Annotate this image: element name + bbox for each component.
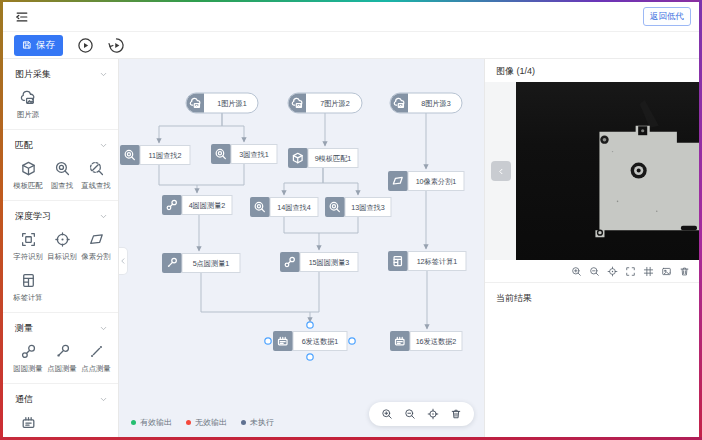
trash-icon <box>450 408 462 420</box>
chevron-down-icon <box>99 212 108 221</box>
flow-node-n3[interactable]: 3圆查找1 <box>211 144 277 164</box>
sidebar-item-圆查找[interactable]: 圆查找 <box>45 160 79 191</box>
sidebar-section-header[interactable]: 匹配 <box>3 137 118 156</box>
locate-icon <box>607 266 618 277</box>
flow-edge <box>201 273 310 322</box>
selection-handle[interactable] <box>349 338 355 344</box>
sidebar-item-直线查找[interactable]: 直线查找 <box>79 160 113 191</box>
trash-button[interactable] <box>450 408 462 420</box>
camera-image[interactable] <box>516 82 699 260</box>
flow-node-n7[interactable]: 7图片源2 <box>288 93 362 113</box>
section-items: 圆圆测量点圆测量点点测量 <box>3 339 118 374</box>
flow-node-n4[interactable]: 4圆圆测量2 <box>162 195 232 215</box>
flow-node-n8[interactable]: 8图片源3 <box>390 93 462 113</box>
sidebar-item-点点测量[interactable]: 点点测量 <box>79 343 113 374</box>
back-to-lowcode-button[interactable]: 返回低代 <box>643 7 691 26</box>
locate-button[interactable] <box>427 408 439 420</box>
sidebar-collapse-handle[interactable] <box>119 247 128 275</box>
selection-handle[interactable] <box>307 322 313 328</box>
zoom-in-button[interactable] <box>381 408 393 420</box>
flow-node-n16[interactable]: 16发送数据2 <box>390 331 462 351</box>
run-button[interactable] <box>77 37 94 54</box>
flow-graph: 1图片源17图片源28图片源311圆查找23圆查找19模板匹配110像素分割14… <box>119 59 484 437</box>
zoom-out-button[interactable] <box>404 408 416 420</box>
flow-canvas[interactable]: 1图片源17图片源28图片源311圆查找23圆查找19模板匹配110像素分割14… <box>119 59 484 437</box>
sidebar-section-header[interactable]: 通信 <box>3 391 118 410</box>
doc-calc-icon <box>20 272 37 289</box>
flow-node-label: 12标签计算1 <box>417 257 458 266</box>
chevron-left-icon <box>497 166 505 177</box>
legend-dot <box>131 420 136 425</box>
save-button[interactable]: 保存 <box>14 35 63 56</box>
zoom-in-icon <box>381 408 393 420</box>
section-items: 图片源 <box>3 85 118 120</box>
section-title: 测量 <box>15 322 33 335</box>
section-items: 模板匹配圆查找直线查找 <box>3 156 118 191</box>
image-frame-button[interactable] <box>661 266 672 277</box>
flow-node-label: 4圆圆测量2 <box>189 201 226 210</box>
sidebar-item-字符识别[interactable]: 字符识别 <box>11 231 45 262</box>
sidebar-section-header[interactable]: 深度学习 <box>3 208 118 227</box>
flow-edge <box>319 217 358 233</box>
flow-node-n15[interactable]: 15圆圆测量3 <box>280 252 358 272</box>
sidebar-item-模板匹配[interactable]: 模板匹配 <box>11 160 45 191</box>
menu-fold-icon[interactable] <box>15 10 29 24</box>
previous-image-button[interactable] <box>491 161 511 181</box>
flow-node-n6[interactable]: 6发送数据1 <box>265 322 355 360</box>
flow-node-n11[interactable]: 11圆查找2 <box>120 145 190 165</box>
locate-button[interactable] <box>607 266 618 277</box>
step-run-icon <box>108 37 125 54</box>
sidebar-item-像素分割[interactable]: 像素分割 <box>79 231 113 262</box>
trash-button[interactable] <box>679 266 690 277</box>
flow-edge <box>159 165 197 193</box>
selection-handle[interactable] <box>307 354 313 360</box>
canvas-zoom-toolbar <box>369 402 474 426</box>
flow-node-n14[interactable]: 14圆查找4 <box>250 197 318 217</box>
status-legend: 有效输出无效输出未执行 <box>131 417 274 428</box>
measure-pp-icon <box>88 343 105 360</box>
fullscreen-icon <box>625 266 636 277</box>
main-body: 图片采集图片源匹配模板匹配圆查找直线查找深度学习字符识别目标识别像素分割标签计算… <box>3 59 699 437</box>
sidebar-item-label: 点圆测量 <box>47 363 76 373</box>
sidebar-item-点圆测量[interactable]: 点圆测量 <box>45 343 79 374</box>
sidebar-item-图片源[interactable]: 图片源 <box>11 89 45 120</box>
flow-edge <box>310 272 319 312</box>
sidebar-item-目标识别[interactable]: 目标识别 <box>45 231 79 262</box>
sidebar-section-header[interactable]: 图片采集 <box>3 66 118 85</box>
selection-handle[interactable] <box>265 338 271 344</box>
flow-node-label: 8图片源3 <box>421 99 451 108</box>
flow-node-n10[interactable]: 10像素分割1 <box>388 171 464 191</box>
grid-button[interactable] <box>643 266 654 277</box>
section-title: 通信 <box>15 393 33 406</box>
sidebar-item-标签计算[interactable]: 标签计算 <box>11 272 45 303</box>
flow-node-label: 14圆查找4 <box>277 203 311 212</box>
section-items: 字符识别目标识别像素分割标签计算 <box>3 227 118 303</box>
legend-label: 有效输出 <box>140 417 172 428</box>
zoom-out-icon <box>589 266 600 277</box>
flow-node-n5[interactable]: 5点圆测量1 <box>162 253 240 273</box>
step-run-button[interactable] <box>108 37 125 54</box>
image-viewer <box>485 82 699 260</box>
sidebar-item-圆圆测量[interactable]: 圆圆测量 <box>11 343 45 374</box>
flow-node-n13[interactable]: 13圆查找3 <box>325 197 391 217</box>
sidebar-item-label: 直线查找 <box>81 180 110 190</box>
fullscreen-button[interactable] <box>625 266 636 277</box>
zoom-out-button[interactable] <box>589 266 600 277</box>
line-find-icon <box>88 160 105 177</box>
flow-node-n1[interactable]: 1图片源1 <box>186 93 258 113</box>
cloud-image-icon <box>20 89 37 106</box>
cube-icon <box>20 160 37 177</box>
flow-node-n9[interactable]: 9模板匹配1 <box>288 148 358 168</box>
sidebar-section-header[interactable]: 测量 <box>3 320 118 339</box>
sidebar-item-comm-device[interactable] <box>11 414 45 434</box>
flow-node-n12[interactable]: 12标签计算1 <box>388 251 466 271</box>
sidebar-item-label: 圆圆测量 <box>13 363 42 373</box>
chevron-left-icon <box>119 257 127 265</box>
ocr-icon <box>20 231 37 248</box>
sidebar-section: 通信 <box>3 384 118 437</box>
sidebar-item-label: 标签计算 <box>13 292 42 302</box>
zoom-in-button[interactable] <box>571 266 582 277</box>
right-panel: 图像 (1/4) <box>484 59 699 437</box>
flow-node-label: 5点圆测量1 <box>193 259 230 268</box>
action-toolbar: 保存 <box>3 32 699 59</box>
